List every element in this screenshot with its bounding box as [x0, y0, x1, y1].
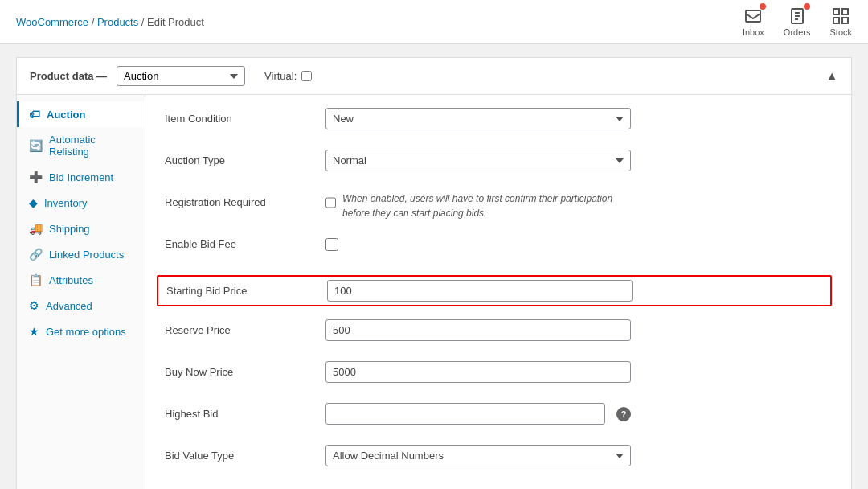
inbox-icon-item[interactable]: Inbox: [743, 6, 764, 37]
tag-icon: 🏷: [29, 108, 40, 121]
tab-advanced-label: Advanced: [46, 300, 92, 312]
main-content: Product data — Auction Simple product Va…: [0, 44, 868, 489]
form-area: Item Condition New Used Refurbished Auct…: [145, 95, 851, 489]
top-bar: WooCommerce / Products / Edit Product In…: [0, 0, 868, 44]
bid-value-type-control: Allow Decimal Numbers Whole Numbers Only: [326, 445, 631, 466]
item-condition-row: Item Condition New Used Refurbished: [165, 108, 832, 137]
bid-value-type-select[interactable]: Allow Decimal Numbers Whole Numbers Only: [326, 445, 631, 466]
tab-get-more-options[interactable]: ★ Get more options: [17, 318, 145, 344]
tab-shipping-label: Shipping: [49, 223, 90, 235]
inbox-icon: [743, 6, 763, 26]
tab-advanced[interactable]: ⚙ Advanced: [17, 293, 145, 318]
tab-attributes[interactable]: 📋 Attributes: [17, 267, 145, 293]
product-data-label: Product data —: [30, 70, 107, 82]
list-icon: 📋: [29, 273, 43, 286]
svg-rect-6: [842, 9, 848, 14]
orders-badge: [804, 3, 810, 10]
stock-label: Stock: [829, 27, 852, 37]
tab-automatic-relisting[interactable]: 🔄 Automatic Relisting: [17, 127, 145, 164]
breadcrumb-woocommerce[interactable]: WooCommerce: [16, 16, 88, 28]
sidebar-tabs: 🏷 Auction 🔄 Automatic Relisting ➕ Bid In…: [17, 95, 145, 489]
starting-bid-price-label: Starting Bid Price: [166, 280, 327, 297]
tab-shipping[interactable]: 🚚 Shipping: [17, 216, 145, 241]
item-condition-control: New Used Refurbished: [326, 108, 631, 129]
virtual-checkbox[interactable]: [301, 71, 312, 81]
orders-icon-item[interactable]: Orders: [784, 6, 811, 37]
inbox-badge: [760, 3, 766, 10]
star-icon: ★: [29, 325, 39, 338]
breadcrumb-products[interactable]: Products: [97, 16, 138, 28]
item-condition-select[interactable]: New Used Refurbished: [326, 108, 631, 129]
highest-bid-input[interactable]: [326, 403, 605, 425]
starting-bid-price-row: Starting Bid Price: [157, 275, 832, 306]
tab-inventory[interactable]: ◆ Inventory: [17, 190, 145, 216]
highest-bid-label: Highest Bid: [165, 403, 326, 420]
breadcrumb-current: Edit Product: [147, 16, 204, 28]
enable-bid-fee-row: Enable Bid Fee: [165, 233, 832, 262]
tab-auction-label: Auction: [47, 109, 85, 121]
auction-type-control: Normal Reverse Buy Now: [326, 150, 631, 171]
tab-bid-increment[interactable]: ➕ Bid Increment: [17, 164, 145, 190]
highest-bid-row: Highest Bid ?: [165, 403, 832, 432]
svg-rect-7: [833, 18, 839, 23]
reserve-price-control: [326, 319, 631, 341]
buy-now-price-input[interactable]: [326, 361, 631, 383]
orders-label: Orders: [784, 27, 811, 37]
tab-attributes-label: Attributes: [49, 274, 93, 286]
virtual-label: Virtual:: [264, 70, 312, 82]
highest-bid-control: ?: [326, 403, 631, 425]
tab-inventory-label: Inventory: [44, 197, 87, 209]
tab-linked-products[interactable]: 🔗 Linked Products: [17, 241, 145, 267]
stock-icon-item[interactable]: Stock: [829, 6, 852, 37]
item-condition-label: Item Condition: [165, 108, 326, 125]
product-type-select[interactable]: Auction Simple product Variable product …: [117, 66, 245, 86]
starting-bid-price-input[interactable]: [327, 280, 633, 302]
svg-rect-5: [833, 9, 839, 14]
enable-bid-fee-label: Enable Bid Fee: [165, 233, 326, 250]
plus-icon: ➕: [29, 171, 43, 183]
tab-linked-products-label: Linked Products: [49, 249, 124, 261]
gear-icon: ⚙: [29, 299, 39, 312]
diamond-icon: ◆: [29, 196, 38, 209]
enable-bid-fee-control: [326, 233, 631, 253]
link-icon: 🔗: [29, 248, 43, 261]
auction-type-row: Auction Type Normal Reverse Buy Now: [165, 150, 832, 179]
registration-required-row: Registration Required When enabled, user…: [165, 191, 832, 220]
buy-now-price-label: Buy Now Price: [165, 361, 326, 378]
reserve-price-input[interactable]: [326, 319, 631, 341]
buy-now-price-control: [326, 361, 631, 383]
registration-required-checkbox[interactable]: [326, 196, 336, 209]
product-data-header: Product data — Auction Simple product Va…: [16, 57, 852, 95]
inbox-label: Inbox: [743, 27, 764, 37]
auction-type-select[interactable]: Normal Reverse Buy Now: [326, 150, 631, 171]
buy-now-price-row: Buy Now Price: [165, 361, 832, 390]
enable-bid-fee-checkbox[interactable]: [326, 238, 338, 251]
refresh-icon: 🔄: [29, 139, 43, 152]
registration-required-control: When enabled, users will have to first c…: [326, 191, 631, 220]
stock-icon: [831, 6, 850, 26]
product-data-box: 🏷 Auction 🔄 Automatic Relisting ➕ Bid In…: [16, 95, 852, 489]
starting-bid-price-control: [327, 280, 633, 302]
virtual-text: Virtual:: [264, 70, 297, 82]
reserve-price-label: Reserve Price: [165, 319, 326, 336]
breadcrumb: WooCommerce / Products / Edit Product: [16, 16, 204, 28]
registration-checkbox-row: When enabled, users will have to first c…: [326, 191, 631, 220]
tab-auction[interactable]: 🏷 Auction: [17, 101, 145, 127]
bid-value-type-label: Bid Value Type: [165, 445, 326, 462]
top-icons-bar: Inbox Orders Stock: [743, 6, 852, 37]
registration-required-desc: When enabled, users will have to first c…: [342, 191, 631, 220]
tab-get-more-options-label: Get more options: [46, 326, 126, 338]
product-data-body: 🏷 Auction 🔄 Automatic Relisting ➕ Bid In…: [17, 95, 851, 489]
tab-bid-increment-label: Bid Increment: [49, 171, 113, 183]
svg-rect-8: [842, 18, 848, 23]
collapse-button[interactable]: ▲: [825, 69, 838, 84]
reserve-price-row: Reserve Price: [165, 319, 832, 348]
orders-icon: [788, 6, 807, 26]
bid-value-type-row: Bid Value Type Allow Decimal Numbers Who…: [165, 445, 832, 474]
highest-bid-help-icon[interactable]: ?: [616, 407, 631, 421]
auction-type-label: Auction Type: [165, 150, 326, 166]
tab-automatic-relisting-label: Automatic Relisting: [49, 134, 135, 158]
registration-required-label: Registration Required: [165, 191, 326, 208]
truck-icon: 🚚: [29, 222, 43, 235]
